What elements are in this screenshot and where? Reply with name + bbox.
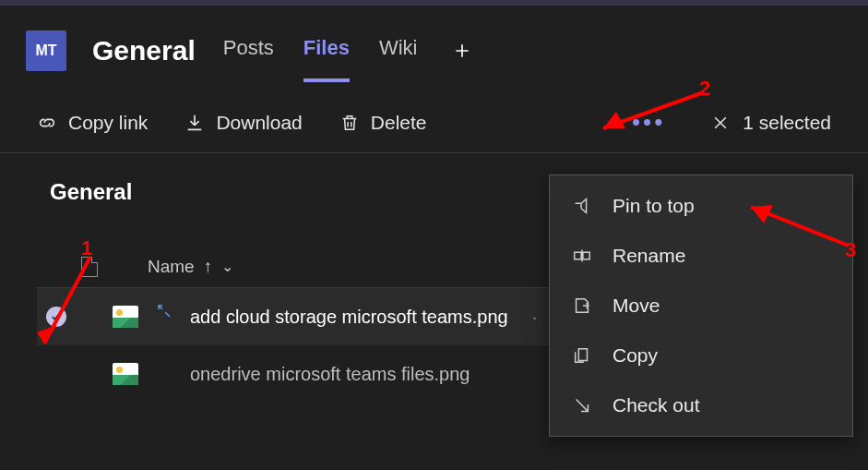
copy-link-button[interactable]: Copy link bbox=[37, 112, 148, 134]
file-type-column-icon[interactable] bbox=[81, 257, 98, 277]
menu-item-copy[interactable]: Copy bbox=[550, 331, 852, 380]
link-icon bbox=[37, 113, 57, 133]
tab-files[interactable]: Files bbox=[303, 36, 350, 66]
channel-tabs: Posts Files Wiki bbox=[223, 35, 479, 66]
move-icon bbox=[572, 295, 592, 316]
checkmark-icon bbox=[50, 310, 63, 323]
channel-header: MT General Posts Files Wiki bbox=[0, 6, 868, 79]
image-file-icon bbox=[113, 363, 138, 385]
plus-icon bbox=[453, 42, 471, 60]
chevron-down-icon[interactable]: ⌄ bbox=[221, 258, 233, 275]
menu-item-label: Rename bbox=[612, 245, 685, 267]
download-button[interactable]: Download bbox=[184, 112, 302, 134]
row-select-checkbox[interactable] bbox=[46, 364, 66, 384]
checkout-icon bbox=[572, 395, 592, 416]
menu-item-check-out[interactable]: Check out bbox=[550, 380, 852, 430]
download-label: Download bbox=[216, 112, 302, 134]
menu-item-pin-to-top[interactable]: Pin to top bbox=[550, 181, 852, 231]
more-actions-button[interactable]: ••• bbox=[623, 104, 674, 140]
name-column-label: Name bbox=[148, 257, 195, 277]
context-menu: Pin to top Rename Move Copy Check out bbox=[549, 175, 853, 437]
team-avatar[interactable]: MT bbox=[26, 30, 66, 71]
selection-count-label: 1 selected bbox=[743, 112, 831, 134]
sort-arrow-icon: ↑ bbox=[204, 257, 213, 277]
menu-item-rename[interactable]: Rename bbox=[550, 231, 852, 281]
row-select-checkbox[interactable] bbox=[46, 307, 66, 327]
close-icon bbox=[711, 114, 730, 132]
new-indicator-icon bbox=[157, 302, 172, 317]
menu-item-label: Check out bbox=[612, 394, 700, 416]
tab-wiki[interactable]: Wiki bbox=[379, 36, 418, 66]
rename-icon bbox=[572, 246, 592, 266]
file-name: add cloud storage microsoft teams.png bbox=[190, 307, 508, 328]
trash-icon bbox=[339, 113, 360, 133]
download-icon bbox=[184, 113, 205, 133]
name-column-header[interactable]: Name ↑ ⌄ bbox=[148, 257, 233, 277]
copy-icon bbox=[572, 345, 592, 366]
selection-status[interactable]: 1 selected bbox=[711, 112, 831, 134]
file-name: onedrive microsoft teams files.png bbox=[190, 364, 470, 385]
channel-title: General bbox=[92, 35, 196, 66]
delete-label: Delete bbox=[371, 112, 427, 134]
add-tab-button[interactable] bbox=[446, 35, 478, 66]
image-file-icon bbox=[113, 306, 138, 328]
delete-button[interactable]: Delete bbox=[339, 112, 427, 134]
pin-icon bbox=[572, 196, 592, 216]
menu-item-move[interactable]: Move bbox=[550, 281, 852, 331]
menu-item-label: Copy bbox=[612, 344, 658, 367]
tab-posts[interactable]: Posts bbox=[223, 36, 274, 66]
copy-link-label: Copy link bbox=[68, 112, 148, 134]
menu-item-label: Move bbox=[612, 295, 660, 317]
file-toolbar: Copy link Download Delete ••• 1 selected bbox=[0, 92, 868, 153]
row-more-button[interactable]: · bbox=[532, 307, 541, 328]
menu-item-label: Pin to top bbox=[612, 195, 695, 217]
